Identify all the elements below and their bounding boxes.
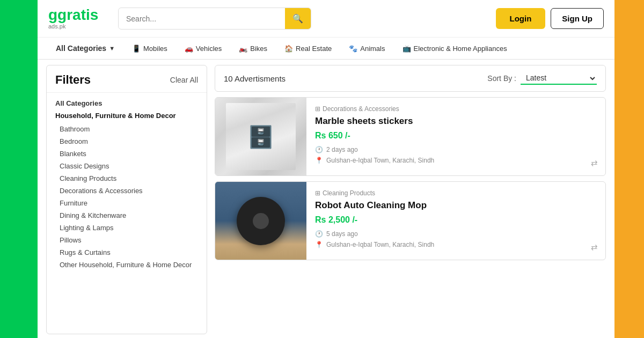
robot-circle	[237, 197, 285, 245]
ad-title-2: Robot Auto Cleaning Mop	[315, 200, 597, 211]
ad-info-2: ⊞ Cleaning Products Robot Auto Cleaning …	[306, 182, 605, 260]
realestate-icon: 🏠	[284, 45, 293, 53]
subcategory-list: Bathroom Bedroom Blankets Classic Design…	[55, 123, 198, 271]
electronics-icon: 📺	[402, 45, 411, 53]
main-wrapper: ggratis ads.pk 🔍 Login Sign Up All Categ…	[38, 0, 614, 338]
ad-price-1: Rs 650 /-	[315, 131, 597, 141]
subcategory-lighting[interactable]: Lighting & Lamps	[55, 222, 198, 234]
location-icon-1: 📍	[315, 157, 323, 164]
share-icon-1: ⇄	[591, 158, 598, 167]
nav-item-animals[interactable]: 🐾 Animals	[341, 38, 392, 59]
subcategory-cleaning-products[interactable]: Cleaning Products	[55, 172, 198, 185]
ad-location-1: 📍 Gulshan-e-Iqbal Town, Karachi, Sindh	[315, 157, 597, 164]
subcategory-rugs[interactable]: Rugs & Curtains	[55, 246, 198, 259]
nav-item-electronics[interactable]: 📺 Electronic & Home Appliances	[395, 38, 515, 59]
sort-label: Sort By :	[487, 74, 516, 83]
subcategory-classic-designs[interactable]: Classic Designs	[55, 160, 198, 172]
mobiles-icon: 📱	[132, 45, 141, 53]
search-button[interactable]: 🔍	[285, 8, 311, 29]
subcategory-bedroom[interactable]: Bedroom	[55, 135, 198, 148]
nav-item-bikes[interactable]: 🏍️ Bikes	[231, 38, 275, 59]
content-area: Filters Clear All All Categories Househo…	[38, 60, 614, 338]
search-icon: 🔍	[292, 14, 303, 23]
ad-image-2	[215, 182, 306, 260]
sort-select[interactable]: Latest Oldest Price Low to High Price Hi…	[521, 72, 597, 85]
clock-icon-1: 🕐	[315, 146, 323, 153]
all-categories-filter-label: All Categories	[55, 99, 198, 107]
all-categories-nav[interactable]: All Categories ▼	[48, 38, 122, 59]
signup-button[interactable]: Sign Up	[551, 8, 604, 29]
main-category-label: Household, Furniture & Home Decor	[55, 112, 198, 120]
right-accent	[614, 0, 644, 338]
logo-text: ggratis	[48, 8, 98, 23]
ad-meta-2: 🕐 5 days ago	[315, 230, 597, 238]
search-bar: 🔍	[118, 8, 311, 30]
category-icon-1: ⊞	[315, 105, 320, 113]
ad-title-1: Marble sheets stickers	[315, 116, 597, 127]
bikes-icon: 🏍️	[239, 45, 247, 53]
nav-item-realestate[interactable]: 🏠 Real Estate	[277, 38, 339, 59]
subcategory-other[interactable]: Other Household, Furniture & Home Decor	[55, 259, 198, 271]
filter-section-categories: All Categories Household, Furniture & Ho…	[47, 93, 207, 277]
ad-location-2: 📍 Gulshan-e-Iqbal Town, Karachi, Sindh	[315, 241, 597, 248]
ad-meta-1: 🕐 2 days ago	[315, 146, 597, 153]
category-icon-2: ⊞	[315, 189, 320, 197]
ad-card-2[interactable]: ⊞ Cleaning Products Robot Auto Cleaning …	[215, 181, 606, 260]
header: ggratis ads.pk 🔍 Login Sign Up	[38, 0, 614, 38]
ad-card-1[interactable]: ⊞ Decorations & Accessories Marble sheet…	[215, 97, 606, 176]
robot-image	[215, 182, 306, 260]
ad-price-2: Rs 2,500 /-	[315, 215, 597, 225]
marble-image	[215, 98, 306, 175]
left-accent	[0, 0, 38, 338]
nav-item-mobiles[interactable]: 📱 Mobiles	[125, 38, 175, 59]
listings-panel: 10 Advertisments Sort By : Latest Oldest…	[215, 65, 606, 334]
subcategory-decorations[interactable]: Decorations & Accessories	[55, 185, 198, 197]
logo: ggratis ads.pk	[48, 8, 107, 30]
share-button-1[interactable]: ⇄	[591, 158, 598, 168]
ad-category-2: ⊞ Cleaning Products	[315, 189, 597, 197]
subcategory-dining[interactable]: Dining & Kitchenware	[55, 209, 198, 222]
sort-area: Sort By : Latest Oldest Price Low to Hig…	[487, 72, 597, 85]
animals-icon: 🐾	[349, 45, 357, 53]
location-icon-2: 📍	[315, 241, 323, 248]
clear-all-button[interactable]: Clear All	[170, 76, 198, 84]
vehicles-icon: 🚗	[185, 45, 193, 53]
subcategory-blankets[interactable]: Blankets	[55, 148, 198, 160]
logo-sub: ads.pk	[48, 23, 65, 30]
ad-image-1	[215, 98, 306, 175]
subcategory-furniture[interactable]: Furniture	[55, 197, 198, 209]
share-button-2[interactable]: ⇄	[591, 243, 598, 252]
listings-header: 10 Advertisments Sort By : Latest Oldest…	[215, 65, 606, 92]
login-button[interactable]: Login	[496, 8, 546, 29]
clock-icon-2: 🕐	[315, 230, 323, 238]
ads-count: 10 Advertisments	[224, 74, 286, 83]
header-actions: Login Sign Up	[496, 8, 604, 29]
share-icon-2: ⇄	[591, 243, 598, 252]
filters-title: Filters	[55, 73, 91, 87]
ad-category-1: ⊞ Decorations & Accessories	[315, 105, 597, 113]
nav-item-vehicles[interactable]: 🚗 Vehicles	[177, 38, 229, 59]
ad-info-1: ⊞ Decorations & Accessories Marble sheet…	[306, 98, 605, 175]
subcategory-bathroom[interactable]: Bathroom	[55, 123, 198, 135]
subcategory-pillows[interactable]: Pillows	[55, 234, 198, 246]
all-categories-label: All Categories	[56, 44, 106, 53]
search-input[interactable]	[119, 9, 285, 28]
filters-panel: Filters Clear All All Categories Househo…	[46, 65, 207, 334]
chevron-down-icon: ▼	[109, 45, 115, 52]
filters-header: Filters Clear All	[47, 65, 207, 93]
navbar: All Categories ▼ 📱 Mobiles 🚗 Vehicles 🏍️…	[38, 38, 614, 60]
